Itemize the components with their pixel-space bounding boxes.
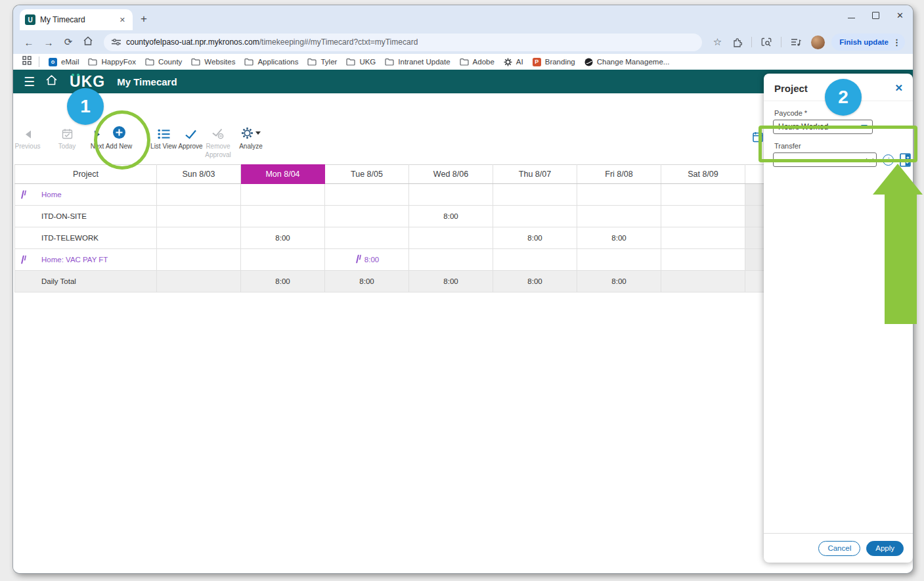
bookmark-label: eMail (61, 58, 79, 66)
flag-icon (20, 190, 26, 199)
browser-tab[interactable]: U My Timecard ✕ (20, 9, 133, 30)
daily-total-cell: 8:00 (409, 271, 493, 292)
daily-total-cell: 8:00 (493, 271, 577, 292)
daily-total-cell (661, 271, 745, 292)
day-column-header[interactable]: Thu 8/07 (493, 165, 577, 184)
apps-grid-icon[interactable] (20, 56, 34, 68)
timecard-cell[interactable] (241, 249, 325, 271)
timecard-cell[interactable] (409, 184, 493, 206)
ukg-favicon: U (25, 14, 35, 25)
timecard-cell[interactable] (661, 227, 745, 249)
project-label: Home: VAC PAY FT (41, 256, 108, 264)
bookmark-label: Intranet Update (398, 58, 450, 66)
toolbar-analyze[interactable]: Analyze (226, 125, 276, 151)
bookmark-item[interactable]: Adobe (455, 57, 499, 67)
project-cell[interactable]: Home (15, 184, 157, 206)
bookmark-label: Websites (204, 58, 235, 66)
bookmark-item[interactable]: Websites (187, 57, 240, 67)
timecard-cell[interactable] (325, 206, 409, 227)
timecard-row: Home (15, 184, 776, 206)
extensions-icon[interactable] (729, 37, 745, 47)
home-nav-icon[interactable] (80, 36, 96, 48)
timecard-cell[interactable]: 8:00 (409, 206, 493, 227)
timecard-cell[interactable] (157, 184, 241, 206)
daily-total-label: Daily Total (15, 271, 157, 292)
timecard-cell[interactable]: 8:00 (577, 227, 661, 249)
chrome-menu-icon[interactable]: ⋮ (892, 37, 901, 47)
timecard-row: ITD-TELEWORK8:008:008:00 (15, 227, 776, 249)
project-cell[interactable]: Home: VAC PAY FT (15, 249, 157, 271)
profile-avatar[interactable] (811, 35, 825, 49)
day-column-header[interactable]: Sun 8/03 (157, 165, 241, 184)
flag-icon (20, 255, 26, 264)
project-column-header[interactable]: Project (15, 165, 157, 184)
timecard-cell[interactable] (157, 249, 241, 271)
finish-update-button[interactable]: Finish update ⋮ (831, 34, 905, 51)
tab-close-icon[interactable]: ✕ (118, 15, 127, 25)
timecard-cell[interactable] (325, 184, 409, 206)
day-column-header[interactable]: Tue 8/05 (325, 165, 409, 184)
maximize-icon[interactable] (872, 12, 879, 19)
back-icon[interactable]: ← (21, 37, 37, 48)
timecard-cell[interactable]: 8:00 (493, 227, 577, 249)
timecard-cell[interactable] (241, 206, 325, 227)
bookmark-item[interactable]: AI (499, 57, 528, 68)
timecard-cell[interactable] (493, 184, 577, 206)
bookmark-item[interactable]: Intranet Update (380, 57, 454, 67)
timecard-cell[interactable] (241, 184, 325, 206)
timecard-cell[interactable]: 8:00 (325, 249, 409, 271)
timecard-cell[interactable] (493, 206, 577, 227)
outlook-icon: o (49, 58, 57, 66)
bookmark-star-icon[interactable]: ☆ (710, 36, 725, 48)
reload-icon[interactable]: ⟳ (60, 36, 76, 48)
cancel-button[interactable]: Cancel (818, 541, 860, 556)
site-settings-icon[interactable] (112, 38, 121, 46)
project-cell[interactable]: ITD-TELEWORK (15, 227, 157, 249)
bookmark-item[interactable]: County (141, 57, 187, 67)
timecard-cell[interactable] (325, 227, 409, 249)
minimize-icon[interactable] (848, 13, 855, 18)
annotation-circle-add-new (94, 110, 150, 170)
url-text: countyofelpaso-uat.npr.mykronos.com/time… (126, 37, 418, 47)
bookmark-item[interactable]: Tyler (303, 57, 341, 67)
hamburger-menu-icon[interactable]: ☰ (24, 76, 35, 88)
day-column-header[interactable]: Sat 8/09 (661, 165, 745, 184)
window-close-icon[interactable]: ✕ (896, 11, 904, 20)
timecard-cell[interactable] (577, 249, 661, 271)
media-controls-icon[interactable] (787, 38, 804, 47)
timecard-cell[interactable] (409, 249, 493, 271)
day-column-header[interactable]: Wed 8/06 (409, 165, 493, 184)
timecard-cell[interactable] (661, 184, 745, 206)
forward-icon[interactable]: → (41, 37, 56, 48)
url-bar[interactable]: countyofelpaso-uat.npr.mykronos.com/time… (104, 34, 702, 51)
search-tabs-icon[interactable] (758, 37, 775, 47)
timecard-cell[interactable] (577, 184, 661, 206)
timecard-cell[interactable] (409, 227, 493, 249)
timecard-cell[interactable] (577, 206, 661, 227)
timecard-cell[interactable] (661, 206, 745, 227)
bookmark-item[interactable]: oeMail (44, 57, 83, 68)
app-home-icon[interactable] (45, 74, 58, 89)
annotation-step-1-badge: 1 (67, 88, 104, 125)
project-cell[interactable]: ITD-ON-SITE (15, 206, 157, 227)
timecard-cell[interactable] (661, 249, 745, 271)
flagged-value: 8:00 (355, 254, 379, 265)
cell-value: 8:00 (364, 256, 379, 264)
day-column-header[interactable]: Fri 8/08 (577, 165, 661, 184)
folder-icon (191, 58, 200, 66)
bookmark-item[interactable]: Change Manageme... (580, 57, 674, 68)
bookmark-item[interactable]: UKG (341, 57, 380, 67)
timecard-cell[interactable]: 8:00 (241, 227, 325, 249)
bookmark-item[interactable]: Applications (240, 57, 303, 67)
apply-button[interactable]: Apply (866, 541, 904, 556)
bookmark-item[interactable]: HappyFox (83, 57, 140, 67)
new-tab-button[interactable]: + (141, 12, 147, 26)
timecard-cell[interactable] (157, 206, 241, 227)
bookmark-item[interactable]: PBranding (528, 57, 580, 68)
day-column-header[interactable]: Mon 8/04 (241, 165, 325, 184)
timecard-cell[interactable] (157, 227, 241, 249)
annotation-step-2-badge: 2 (825, 79, 862, 116)
timecard-cell[interactable] (493, 249, 577, 271)
panel-close-icon[interactable]: ✕ (894, 82, 903, 94)
project-label: ITD-ON-SITE (41, 212, 87, 220)
